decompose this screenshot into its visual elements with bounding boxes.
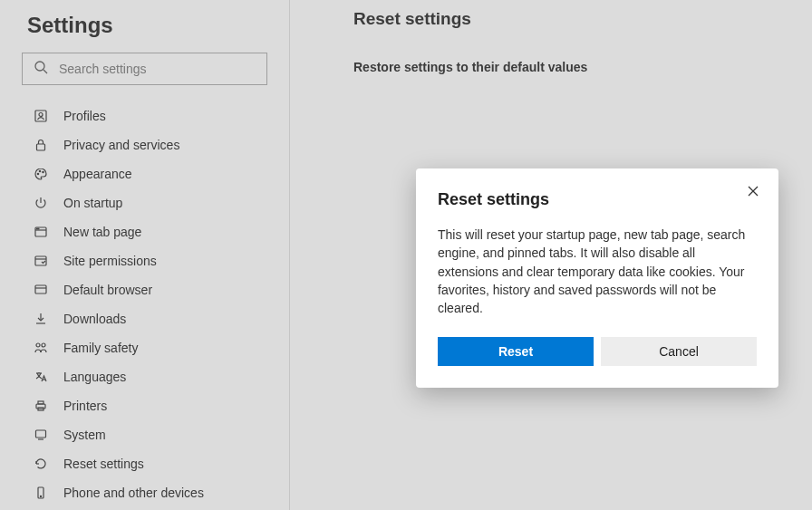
- svg-point-17: [42, 343, 45, 347]
- svg-point-6: [39, 170, 40, 171]
- sidebar-item-languages[interactable]: Languages: [22, 362, 267, 391]
- download-icon: [33, 311, 49, 327]
- sidebar-item-phone[interactable]: Phone and other devices: [22, 478, 267, 507]
- sidebar-item-label: Privacy and services: [63, 138, 179, 152]
- search-icon: [34, 60, 59, 78]
- sidebar-item-system[interactable]: System: [22, 420, 267, 449]
- sidebar-item-profiles[interactable]: Profiles: [22, 101, 267, 130]
- sidebar-item-label: Phone and other devices: [63, 486, 204, 500]
- lock-icon: [33, 137, 49, 153]
- sidebar-item-label: New tab page: [63, 225, 141, 239]
- sidebar-item-label: Languages: [63, 370, 126, 384]
- sidebar-item-label: Family safety: [63, 341, 138, 355]
- sidebar-item-label: Site permissions: [63, 254, 157, 268]
- sidebar-item-printers[interactable]: Printers: [22, 391, 267, 420]
- svg-point-16: [36, 343, 40, 347]
- sidebar-item-label: Downloads: [63, 312, 126, 326]
- newtab-icon: [33, 224, 49, 240]
- svg-point-10: [37, 228, 38, 229]
- profile-icon: [33, 108, 49, 124]
- cancel-button[interactable]: Cancel: [601, 337, 757, 366]
- search-box[interactable]: [22, 53, 267, 85]
- svg-point-0: [35, 62, 44, 71]
- svg-point-11: [38, 228, 39, 229]
- permissions-icon: [33, 253, 49, 269]
- sidebar-item-label: Printers: [63, 399, 107, 413]
- dialog-body: This will reset your startup page, new t…: [438, 226, 757, 317]
- palette-icon: [33, 166, 49, 182]
- sidebar-item-privacy[interactable]: Privacy and services: [22, 130, 267, 159]
- sidebar-nav: Profiles Privacy and services Appearance…: [22, 101, 267, 510]
- close-button[interactable]: [744, 183, 762, 201]
- sidebar-item-label: System: [63, 428, 106, 442]
- sidebar: Settings Profiles Privacy and services A…: [0, 0, 290, 510]
- svg-point-7: [43, 171, 44, 172]
- sidebar-item-label: Profiles: [63, 109, 106, 123]
- settings-title: Settings: [27, 13, 267, 38]
- dialog-title: Reset settings: [438, 190, 549, 209]
- dialog-actions: Reset Cancel: [438, 337, 757, 366]
- browser-icon: [33, 282, 49, 298]
- sidebar-item-label: Appearance: [63, 167, 132, 181]
- svg-rect-4: [37, 144, 45, 150]
- restore-row[interactable]: Restore settings to their default values: [353, 60, 749, 74]
- phone-icon: [33, 485, 49, 501]
- system-icon: [33, 427, 49, 443]
- reset-button[interactable]: Reset: [438, 337, 594, 366]
- sidebar-item-downloads[interactable]: Downloads: [22, 304, 267, 333]
- svg-point-5: [37, 173, 38, 174]
- sidebar-item-family[interactable]: Family safety: [22, 333, 267, 362]
- sidebar-item-default-browser[interactable]: Default browser: [22, 275, 267, 304]
- dialog-header: Reset settings: [438, 190, 757, 209]
- sidebar-item-permissions[interactable]: Site permissions: [22, 246, 267, 275]
- reset-icon: [33, 456, 49, 472]
- page-title: Reset settings: [353, 9, 749, 29]
- sidebar-item-label: On startup: [63, 196, 122, 210]
- sidebar-item-reset[interactable]: Reset settings: [22, 449, 267, 478]
- languages-icon: [33, 369, 49, 385]
- sidebar-item-label: Default browser: [63, 283, 152, 297]
- svg-rect-21: [36, 430, 46, 438]
- svg-point-23: [40, 496, 41, 496]
- sidebar-item-newtab[interactable]: New tab page: [22, 217, 267, 246]
- svg-rect-14: [35, 285, 46, 293]
- printer-icon: [33, 398, 49, 414]
- sidebar-item-startup[interactable]: On startup: [22, 188, 267, 217]
- sidebar-item-label: Reset settings: [63, 457, 144, 471]
- search-input[interactable]: [59, 62, 256, 76]
- svg-rect-19: [38, 401, 44, 404]
- reset-dialog: Reset settings This will reset your star…: [416, 168, 778, 388]
- close-icon: [748, 184, 759, 200]
- power-icon: [33, 195, 49, 211]
- svg-line-1: [44, 70, 47, 73]
- sidebar-item-appearance[interactable]: Appearance: [22, 159, 267, 188]
- svg-point-3: [39, 113, 43, 117]
- family-icon: [33, 340, 49, 356]
